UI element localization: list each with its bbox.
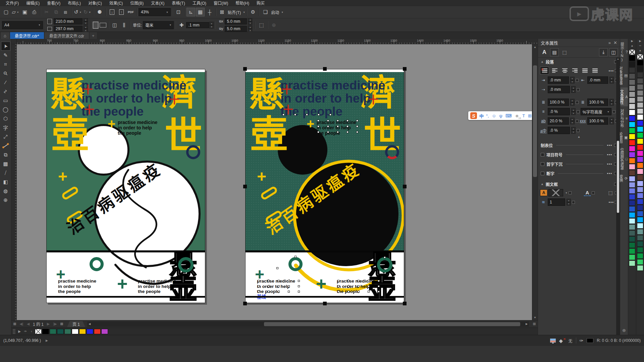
menu-item-5[interactable]: 效果(C) — [106, 0, 127, 6]
connector-tool[interactable] — [1, 141, 10, 150]
edit-node[interactable] — [317, 131, 319, 133]
docker-tab-2[interactable]: A文本属性 — [621, 87, 628, 106]
spinner[interactable]: ▴▾ — [570, 77, 575, 83]
duplicate-x-field[interactable]: 5.0 mm — [225, 18, 247, 24]
align-full-button[interactable] — [580, 67, 589, 74]
align-right-button[interactable] — [570, 67, 579, 74]
palette-swatch-33[interactable] — [637, 253, 643, 259]
palette-swatch-34[interactable] — [637, 259, 643, 265]
palette-scroll-up-icon[interactable]: ▲ — [631, 44, 634, 49]
palette-swatch-11[interactable] — [637, 120, 643, 126]
collapse-section-icon[interactable]: ▲ — [538, 135, 620, 140]
edit-node[interactable] — [278, 285, 280, 287]
transparency-tool[interactable]: ▩ — [1, 159, 10, 168]
page-width-field[interactable]: 210.0 mm — [54, 18, 83, 24]
palette-swatch-14[interactable] — [637, 138, 643, 144]
add-tool-button[interactable]: ⊕ — [1, 195, 10, 204]
edit-node[interactable] — [356, 131, 358, 133]
duplicate-y-field[interactable]: 5.0 mm — [225, 26, 247, 32]
palette-swatch-33[interactable] — [629, 248, 635, 254]
palette-swatch-18[interactable] — [629, 158, 635, 164]
units-select[interactable]: 毫米▼ — [143, 21, 174, 29]
add-page-icon-2[interactable]: ⊞ — [58, 322, 65, 326]
landscape-button[interactable] — [100, 23, 106, 27]
palette-swatch-12[interactable] — [637, 126, 643, 132]
spinner[interactable]: ▴▾ — [567, 199, 571, 205]
input-mode-icon[interactable]: 中 — [479, 113, 484, 119]
page-preset-select[interactable]: A4▼ — [2, 21, 43, 29]
edit-node[interactable] — [294, 256, 297, 258]
first-line-indent-field[interactable]: .0 mm — [548, 86, 570, 93]
character-tab-icon[interactable]: A — [540, 48, 549, 56]
palette-swatch-9[interactable] — [629, 104, 635, 109]
all-pages-icon[interactable]: ⫼ — [120, 21, 128, 29]
spinner[interactable]: ▴▾ — [609, 99, 614, 106]
poster-page-left[interactable]: 懸濟壺世practise medicinein order to helpthe… — [46, 69, 205, 303]
edit-node[interactable] — [337, 280, 339, 282]
palette-swatch-22[interactable] — [637, 187, 643, 192]
open-icon[interactable]: ▱▼ — [11, 8, 20, 16]
palette-swatch-6[interactable] — [629, 85, 635, 91]
scroll-down-icon[interactable]: ▼ — [534, 315, 536, 320]
hyphenation-more-icon[interactable]: ▪▪▪ — [607, 171, 612, 176]
palette-swatch-15[interactable] — [637, 144, 643, 150]
first-page-icon[interactable]: ◀| — [18, 322, 25, 326]
edit-node[interactable] — [298, 291, 300, 293]
portrait-button[interactable] — [93, 22, 98, 28]
fit-text-frame-icon[interactable]: ⬚ — [607, 190, 614, 195]
palette-swatch-29[interactable] — [629, 224, 635, 230]
nudge-field[interactable]: .1 mm — [186, 22, 209, 28]
dropcap-more-icon[interactable]: ▪▪▪ — [607, 162, 612, 166]
export-icon[interactable]: ↑ — [117, 8, 126, 16]
palette-swatch-29[interactable] — [637, 229, 643, 235]
space-before-field[interactable]: 100.0 % — [548, 99, 569, 106]
edit-node[interactable] — [358, 291, 360, 293]
palette-swatch-30[interactable] — [637, 235, 643, 241]
ellipse-tool[interactable]: ◯ — [1, 105, 10, 114]
palette-swatch-35[interactable] — [629, 260, 635, 266]
menu-item-6[interactable]: 位图(B) — [126, 0, 147, 6]
edit-node[interactable] — [268, 280, 270, 282]
align-center-button[interactable] — [560, 67, 569, 74]
import-icon[interactable]: ↓ — [108, 8, 116, 16]
doc-swatch-0[interactable] — [35, 329, 42, 334]
edit-node[interactable] — [258, 285, 260, 287]
palette-swatch-13[interactable] — [637, 132, 643, 138]
current-page-icon[interactable]: ◫ — [110, 21, 119, 29]
edit-node[interactable] — [306, 114, 308, 116]
edit-node[interactable] — [317, 120, 319, 122]
align-baseline-grid-icon[interactable]: A — [584, 190, 591, 196]
docker-tab-5[interactable]: □位图颜色遮罩 — [621, 146, 628, 172]
doc-palette-left-icon[interactable]: ‹ — [29, 329, 34, 333]
palette-flyout-icon[interactable]: ▶ — [631, 40, 633, 44]
edit-node[interactable] — [337, 120, 339, 122]
palette-scroll-up-icon[interactable]: ▲ — [639, 49, 642, 54]
new-tab-icon[interactable]: + — [90, 32, 97, 39]
punctuation-icon[interactable]: °‚ — [486, 113, 489, 118]
document-tab-0[interactable]: 悬壶济世.cdr* — [10, 32, 44, 39]
char-height-mode-select[interactable]: %字符高度▼ — [581, 108, 611, 115]
artistic-media-tool[interactable]: ∿ — [1, 87, 10, 96]
tab-stops-more-icon[interactable]: ▪▪▪ — [607, 143, 612, 147]
menu-item-0[interactable]: 文件(F) — [2, 0, 22, 6]
palette-eyedropper-icon[interactable]: ✑ — [639, 44, 641, 49]
checkbox[interactable] — [577, 129, 580, 132]
home-tab-icon[interactable]: ⌂ — [1, 32, 9, 39]
horizontal-ruler[interactable]: 7007508008509009501000105011001150120012… — [17, 39, 538, 44]
rectangle-tool[interactable]: ▭ — [1, 96, 10, 105]
menu-item-7[interactable]: 文本(X) — [147, 0, 168, 6]
edit-node[interactable] — [347, 285, 350, 287]
palette-swatch-7[interactable] — [637, 96, 643, 102]
menu-item-10[interactable]: 窗口(W) — [210, 0, 232, 6]
palette-swatch-13[interactable] — [629, 128, 635, 133]
emoji-icon[interactable]: ☺ — [492, 113, 496, 118]
edit-node[interactable] — [346, 131, 348, 133]
line-space-field[interactable]: .0 % — [548, 108, 570, 115]
freehand-tool[interactable]: ∕ — [1, 78, 10, 87]
spinner[interactable]: ▴▾ — [570, 118, 575, 124]
edit-node[interactable] — [278, 280, 280, 282]
edit-node[interactable] — [288, 280, 290, 282]
checkbox[interactable] — [592, 191, 595, 194]
palette-swatch-5[interactable] — [637, 84, 643, 90]
duplicate-x-spinner[interactable]: ▴▾ — [248, 18, 252, 25]
